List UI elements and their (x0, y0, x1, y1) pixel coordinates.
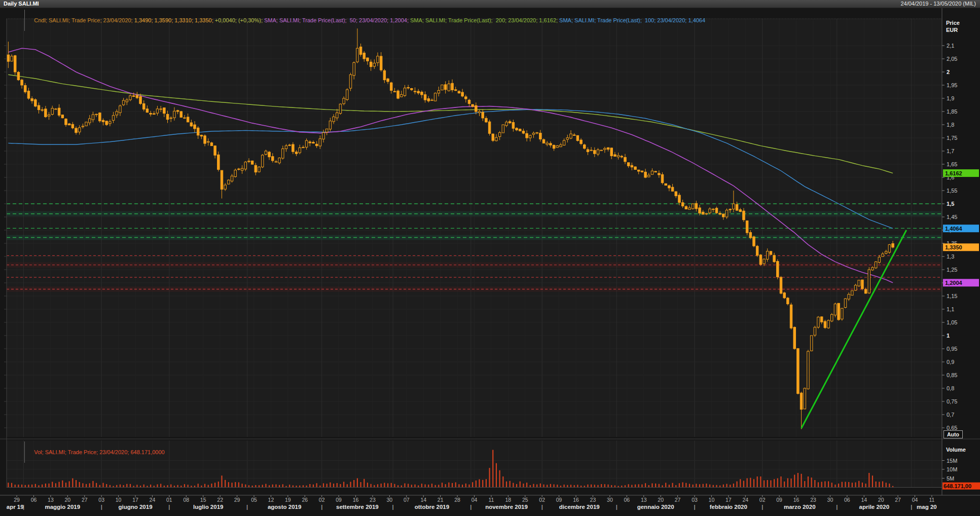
candle-body (688, 208, 691, 209)
candle-body (285, 146, 287, 149)
week-label: 06 (844, 497, 850, 503)
week-label: 08 (183, 497, 189, 503)
candle-body (854, 285, 856, 290)
candle-body (272, 157, 274, 161)
month-separator: | (246, 504, 248, 510)
candle-body (407, 88, 409, 88)
candle-body (58, 108, 60, 115)
month-separator: | (470, 504, 471, 510)
week-label: 11 (929, 497, 934, 503)
candle-body (787, 298, 789, 304)
candle-body (488, 122, 490, 133)
volume-tick-label: 5M (947, 475, 954, 482)
candle-body (526, 133, 528, 138)
candle-body (651, 171, 653, 174)
candle-body (522, 131, 524, 133)
candle-body (411, 89, 413, 90)
svg-text:EUR: EUR (946, 27, 958, 33)
week-label: 04 (471, 497, 478, 503)
candle-body (370, 62, 372, 66)
volume-legend[interactable]: Vol; SALI.MI; Trade Price; 23/04/2020; 6… (24, 441, 165, 463)
candle-body (184, 118, 186, 118)
candle-body (807, 351, 809, 389)
candle-body (864, 289, 866, 293)
price-tick-label: 0,85 (947, 372, 957, 378)
price-tick-label: 0,95 (947, 346, 957, 352)
candle-body (234, 170, 236, 176)
candle-body (309, 142, 311, 143)
candle-body (719, 213, 721, 214)
candle-body (770, 251, 772, 254)
candle-body (892, 244, 894, 247)
candle-body (78, 128, 80, 132)
candle-body (516, 128, 518, 130)
candle-body (590, 150, 592, 151)
candle-body (885, 251, 887, 253)
week-label: 03 (692, 497, 698, 503)
candle-body (404, 88, 406, 96)
candle-body (604, 149, 606, 150)
month-label: maggio 2019 (45, 504, 80, 510)
week-label: 06 (624, 497, 630, 503)
price-tick-label: 1,8 (947, 122, 954, 128)
last-volume-label-text: 648.171,00 (943, 483, 971, 489)
candle-body (797, 349, 799, 394)
candle-body (336, 113, 338, 118)
date-range: 24/04/2019 - 13/05/2020 (MIL) (900, 0, 976, 8)
candle-body (224, 185, 226, 189)
candle-body (207, 141, 209, 142)
candle-body (244, 162, 246, 169)
candle-body (831, 314, 833, 321)
candle-body (725, 210, 728, 217)
candle-body (468, 100, 470, 103)
price-legend[interactable]: Cndl; SALI.MI; Trade Price; 23/04/2020; … (24, 10, 705, 31)
candle-body (343, 98, 345, 104)
price-tick-label: 0,75 (947, 398, 957, 404)
candle-body (777, 262, 779, 277)
candle-body (678, 195, 680, 202)
candle-body (570, 134, 572, 138)
legend-candle-series: Cndl; SALI.MI; Trade Price; 23/04/2020; (34, 17, 134, 23)
week-label: 05 (251, 497, 257, 503)
candle-body (746, 221, 748, 233)
candle-body (675, 192, 677, 196)
candle-body (210, 143, 212, 146)
auto-scale-button[interactable]: Auto (943, 430, 963, 438)
candle-body (441, 85, 443, 90)
price-tick-label: 1,85 (947, 108, 957, 115)
candle-body (170, 118, 172, 119)
price-tick-label: 1,65 (947, 161, 957, 167)
week-label: 10 (709, 497, 715, 503)
month-separator: | (911, 504, 912, 510)
candle-body (312, 142, 314, 143)
price-tick-label: 1,5 (947, 201, 954, 207)
candle-body (861, 280, 863, 289)
legend-ohlc-values: 1,3490; 1,3590; 1,3310; 1,3350; (134, 17, 215, 23)
candle-body (302, 147, 304, 148)
candle-body (793, 327, 795, 349)
chart-canvas[interactable]: PriceEUR2,12,0521,951,91,851,81,751,71,6… (0, 0, 980, 516)
candle-body (810, 336, 812, 351)
candle-body (783, 293, 785, 298)
week-label: 29 (234, 497, 240, 503)
candle-body (319, 139, 321, 146)
week-label: 10 (116, 497, 122, 503)
last-trade-price-label-text: 1,3350 (945, 244, 962, 250)
week-label: 24 (150, 497, 156, 503)
month-separator: | (541, 504, 543, 510)
month-label: novembre 2019 (485, 504, 528, 510)
candle-body (878, 257, 880, 262)
candle-body (387, 79, 389, 82)
candle-body (214, 146, 216, 155)
candle-body (305, 140, 307, 147)
candle-body (150, 114, 152, 115)
candle-body (99, 113, 101, 121)
candle-body (156, 109, 158, 113)
candle-body (390, 83, 392, 90)
candle-body (722, 214, 724, 217)
month-separator: | (321, 504, 322, 510)
week-label: 16 (573, 497, 579, 503)
candle-body (637, 170, 639, 171)
candle-body (502, 125, 504, 133)
candle-body (17, 72, 19, 80)
